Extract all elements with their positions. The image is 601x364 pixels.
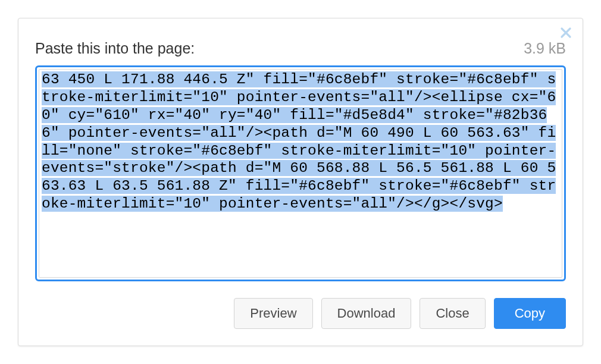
close-icon[interactable] [558,24,574,41]
code-textarea[interactable]: 63 450 L 171.88 446.5 Z" fill="#6c8ebf" … [39,69,562,278]
instruction-label: Paste this into the page: [35,40,195,57]
export-dialog: Paste this into the page: 3.9 kB 63 450 … [18,18,583,346]
file-size-label: 3.9 kB [524,40,566,57]
download-button[interactable]: Download [321,298,412,329]
dialog-header: Paste this into the page: 3.9 kB [35,40,566,57]
copy-button[interactable]: Copy [494,298,566,329]
button-row: Preview Download Close Copy [35,298,566,329]
close-button[interactable]: Close [420,298,485,329]
preview-button[interactable]: Preview [234,298,312,329]
code-textarea-wrapper: 63 450 L 171.88 446.5 Z" fill="#6c8ebf" … [35,65,566,281]
